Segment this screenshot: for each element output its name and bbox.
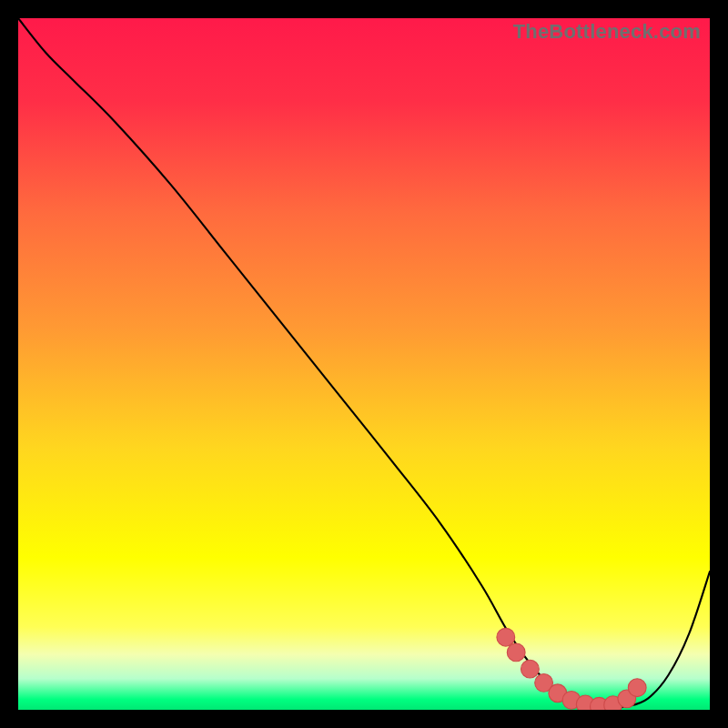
highlight-dot [497,628,515,646]
highlight-dot [507,643,525,662]
plot-frame: TheBottleneck.com [18,18,710,710]
highlight-dot [521,660,540,678]
bottleneck-curve [18,18,710,708]
highlight-dot [628,679,646,697]
curve-layer [18,18,710,710]
plot-area: TheBottleneck.com [18,18,710,710]
chart-stage: { "watermark": "TheBottleneck.com", "col… [0,0,728,728]
watermark-logo: TheBottleneck.com [513,20,701,44]
highlight-dots [497,628,646,710]
